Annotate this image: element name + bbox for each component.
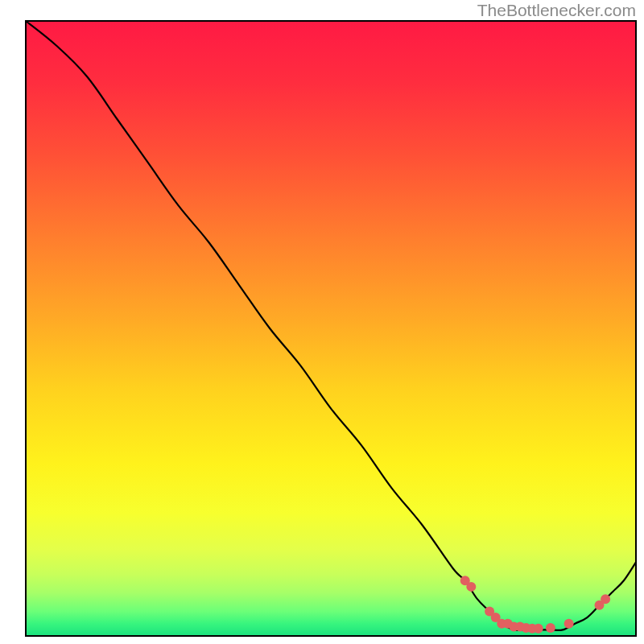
highlight-dot [601,594,610,604]
plot-area [26,21,636,636]
bottleneck-chart: TheBottlenecker.com [0,0,644,644]
highlight-dot [466,582,476,592]
gradient-background [26,21,636,636]
highlight-dot [546,623,555,633]
chart-canvas: TheBottlenecker.com [0,0,644,644]
watermark-text: TheBottlenecker.com [477,1,636,19]
highlight-dot [534,624,543,634]
highlight-dot [564,619,574,629]
